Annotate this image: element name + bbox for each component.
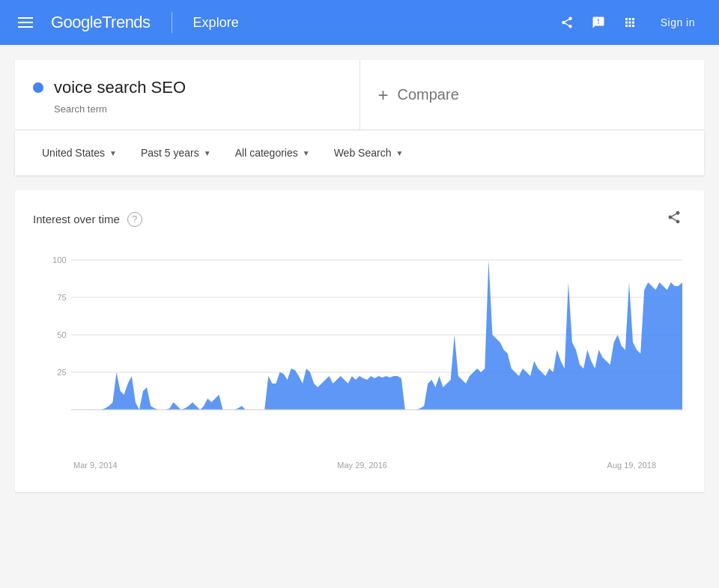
menu-button[interactable] bbox=[12, 11, 39, 34]
compare-plus-icon: + bbox=[378, 85, 389, 106]
chart-container: 100 75 50 25 Mar 9, 201 bbox=[33, 245, 686, 470]
app-header: Google Trends Explore Sign in bbox=[0, 0, 719, 45]
svg-text:100: 100 bbox=[52, 255, 67, 264]
compare-label: Compare bbox=[398, 86, 459, 103]
header-explore-label: Explore bbox=[193, 15, 239, 31]
search-term-label: Search term bbox=[54, 103, 342, 115]
header-divider bbox=[172, 12, 172, 33]
time-chevron-icon: ▼ bbox=[204, 149, 211, 157]
search-dot bbox=[33, 82, 43, 93]
feedback-icon bbox=[592, 16, 605, 29]
chart-svg: 100 75 50 25 bbox=[33, 245, 686, 455]
help-icon[interactable]: ? bbox=[127, 212, 142, 227]
x-label-3: Aug 19, 2018 bbox=[607, 461, 656, 470]
x-label-1: Mar 9, 2014 bbox=[73, 461, 118, 470]
chart-title: Interest over time bbox=[33, 213, 120, 225]
compare-box[interactable]: + Compare bbox=[360, 60, 705, 130]
main-content: voice search SEO Search term + Compare U… bbox=[0, 60, 719, 492]
search-type-label: Web Search bbox=[334, 147, 392, 159]
chart-title-area: Interest over time ? bbox=[33, 212, 142, 227]
time-label: Past 5 years bbox=[141, 147, 199, 159]
category-chevron-icon: ▼ bbox=[303, 149, 310, 157]
svg-text:75: 75 bbox=[57, 293, 66, 302]
sign-in-button[interactable]: Sign in bbox=[649, 10, 707, 34]
category-label: All categories bbox=[235, 147, 298, 159]
apps-icon bbox=[623, 16, 637, 29]
apps-button[interactable] bbox=[617, 10, 643, 35]
feedback-button[interactable] bbox=[586, 10, 611, 35]
time-filter[interactable]: Past 5 years ▼ bbox=[132, 141, 220, 165]
logo-link[interactable]: Google Trends bbox=[51, 13, 151, 32]
logo-google-text: Google bbox=[51, 13, 102, 32]
chart-section: Interest over time ? 100 bbox=[15, 190, 704, 492]
chart-share-button[interactable] bbox=[662, 205, 686, 233]
share-icon bbox=[560, 16, 574, 29]
header-icons-group: Sign in bbox=[554, 10, 707, 35]
svg-text:25: 25 bbox=[57, 368, 66, 377]
search-type-filter[interactable]: Web Search ▼ bbox=[325, 141, 413, 165]
region-chevron-icon: ▼ bbox=[109, 149, 117, 157]
search-term-title: voice search SEO bbox=[54, 78, 186, 97]
category-filter[interactable]: All categories ▼ bbox=[226, 141, 319, 165]
region-filter[interactable]: United States ▼ bbox=[33, 141, 126, 165]
x-label-2: May 29, 2016 bbox=[337, 461, 387, 470]
share-button[interactable] bbox=[554, 10, 580, 35]
svg-text:50: 50 bbox=[57, 330, 66, 339]
chart-header: Interest over time ? bbox=[33, 205, 686, 233]
logo-trends-text: Trends bbox=[102, 13, 151, 32]
search-term-box: voice search SEO Search term bbox=[15, 60, 360, 130]
filter-bar: United States ▼ Past 5 years ▼ All categ… bbox=[15, 130, 704, 175]
search-type-chevron-icon: ▼ bbox=[395, 149, 403, 157]
chart-share-icon bbox=[667, 210, 682, 225]
region-label: United States bbox=[42, 147, 105, 159]
chart-x-labels: Mar 9, 2014 May 29, 2016 Aug 19, 2018 bbox=[33, 458, 686, 470]
